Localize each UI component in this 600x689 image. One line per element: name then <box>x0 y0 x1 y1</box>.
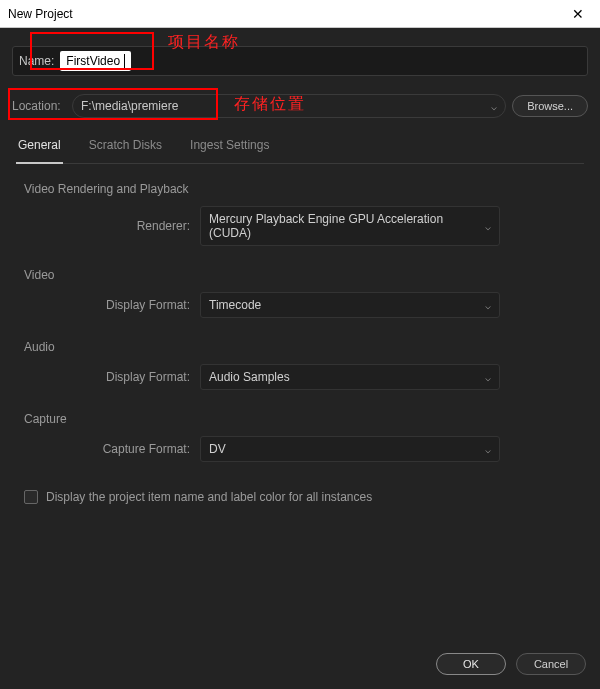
video-display-format-value: Timecode <box>209 298 261 312</box>
location-label: Location: <box>12 99 66 113</box>
chevron-down-icon: ⌵ <box>485 372 491 383</box>
browse-button[interactable]: Browse... <box>512 95 588 117</box>
section-video: Video <box>24 268 580 282</box>
renderer-label: Renderer: <box>20 219 200 233</box>
name-label: Name: <box>19 54 54 68</box>
section-video-rendering: Video Rendering and Playback <box>24 182 580 196</box>
video-display-format-label: Display Format: <box>20 298 200 312</box>
section-capture: Capture <box>24 412 580 426</box>
dialog-footer: OK Cancel <box>436 653 586 675</box>
capture-format-label: Capture Format: <box>20 442 200 456</box>
tab-scratch-disks[interactable]: Scratch Disks <box>87 132 164 163</box>
location-value: F:\media\premiere <box>81 99 491 113</box>
dialog-content: Name: FirstVideo 项目名称 Location: F:\media… <box>0 28 600 504</box>
close-icon: ✕ <box>572 6 584 22</box>
project-name-input[interactable]: FirstVideo <box>60 51 130 71</box>
capture-format-select[interactable]: DV ⌵ <box>200 436 500 462</box>
ok-button[interactable]: OK <box>436 653 506 675</box>
display-name-color-label: Display the project item name and label … <box>46 490 372 504</box>
display-name-color-checkbox[interactable] <box>24 490 38 504</box>
title-bar: New Project ✕ <box>0 0 600 28</box>
audio-display-format-select[interactable]: Audio Samples ⌵ <box>200 364 500 390</box>
section-audio: Audio <box>24 340 580 354</box>
tabs: General Scratch Disks Ingest Settings <box>16 132 584 164</box>
location-dropdown[interactable]: F:\media\premiere ⌵ <box>72 94 506 118</box>
audio-display-format-value: Audio Samples <box>209 370 290 384</box>
chevron-down-icon: ⌵ <box>485 300 491 311</box>
tab-general[interactable]: General <box>16 132 63 164</box>
cancel-button[interactable]: Cancel <box>516 653 586 675</box>
renderer-select[interactable]: Mercury Playback Engine GPU Acceleration… <box>200 206 500 246</box>
video-display-format-select[interactable]: Timecode ⌵ <box>200 292 500 318</box>
window-title: New Project <box>8 7 73 21</box>
general-panel: Video Rendering and Playback Renderer: M… <box>12 164 588 504</box>
window-close-button[interactable]: ✕ <box>555 0 600 28</box>
tab-ingest-settings[interactable]: Ingest Settings <box>188 132 271 163</box>
chevron-down-icon: ⌵ <box>485 221 491 232</box>
chevron-down-icon: ⌵ <box>491 101 497 112</box>
renderer-value: Mercury Playback Engine GPU Acceleration… <box>209 212 485 240</box>
audio-display-format-label: Display Format: <box>20 370 200 384</box>
chevron-down-icon: ⌵ <box>485 444 491 455</box>
capture-format-value: DV <box>209 442 226 456</box>
